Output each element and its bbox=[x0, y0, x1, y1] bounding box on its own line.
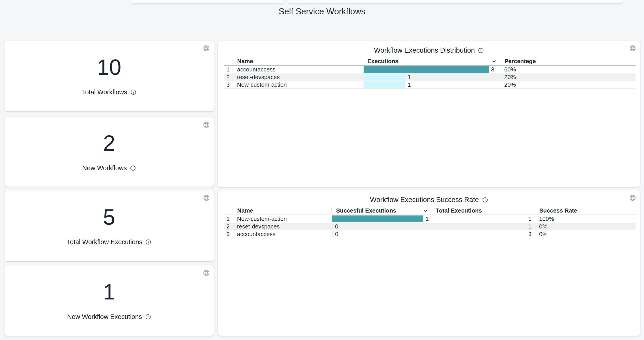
table-row[interactable]: 2 reset-devspaces 0 1 0% bbox=[224, 223, 636, 230]
executions-cell: 3 bbox=[363, 66, 500, 73]
header-index bbox=[224, 58, 232, 64]
globe-icon[interactable] bbox=[629, 194, 636, 201]
panel-title: Workflow Executions Distribution bbox=[374, 46, 475, 54]
execution-bar bbox=[332, 223, 333, 230]
bar-value: 0 bbox=[335, 231, 338, 238]
row-index: 2 bbox=[224, 223, 232, 230]
success-rate-table: Name Succesful Executions Total Executio… bbox=[224, 207, 636, 238]
header-percentage: Percentage bbox=[500, 58, 636, 64]
globe-icon[interactable] bbox=[203, 269, 210, 276]
info-icon[interactable] bbox=[482, 197, 488, 203]
globe-icon[interactable] bbox=[203, 121, 210, 128]
total-executions-cell: 1 bbox=[431, 216, 535, 222]
table-header-row: Name Succesful Executions Total Executio… bbox=[224, 207, 636, 215]
successful-executions-cell: 0 bbox=[332, 231, 431, 238]
total-executions-cell: 3 bbox=[431, 231, 535, 238]
percentage-cell: 20% bbox=[500, 74, 636, 81]
globe-icon[interactable] bbox=[203, 194, 210, 201]
stat-label: Total Workflow Executions bbox=[67, 238, 142, 246]
percentage-cell: 20% bbox=[500, 81, 636, 88]
bar-value: 0 bbox=[335, 223, 338, 230]
header-successful-executions[interactable]: Succesful Executions bbox=[332, 208, 431, 214]
executions-cell: 1 bbox=[363, 74, 500, 81]
header-name: Name bbox=[232, 58, 363, 64]
page-title: Self Service Workflows bbox=[0, 7, 644, 16]
successful-executions-cell: 1 bbox=[332, 216, 431, 222]
header-executions[interactable]: Executions bbox=[363, 58, 500, 64]
panel-workflow-executions-success-rate: Workflow Executions Success Rate Name Su… bbox=[218, 190, 640, 336]
row-index: 3 bbox=[224, 81, 232, 88]
table-row[interactable]: 2 reset-devspaces 1 20% bbox=[224, 73, 636, 81]
row-name: accountaccess bbox=[232, 66, 363, 73]
row-index: 3 bbox=[224, 231, 232, 238]
globe-icon[interactable] bbox=[203, 45, 210, 52]
stat-label: New Workflows bbox=[82, 164, 127, 172]
table-row[interactable]: 3 New-custom-action 1 20% bbox=[224, 81, 636, 89]
execution-bar bbox=[364, 66, 489, 73]
info-icon[interactable] bbox=[145, 314, 151, 320]
stat-card-new-workflow-executions: 1 New Workflow Executions bbox=[4, 265, 214, 336]
success-rate-cell: 100% bbox=[535, 216, 636, 222]
row-name: New-custom-action bbox=[232, 216, 332, 222]
dashboard-page: Self Service Workflows 10 Total Workflow… bbox=[0, 0, 644, 340]
row-index: 2 bbox=[224, 74, 232, 81]
info-icon[interactable] bbox=[130, 89, 136, 95]
table-row[interactable]: 3 accountaccess 0 3 0% bbox=[224, 230, 636, 238]
bar-value: 1 bbox=[426, 216, 429, 222]
row-name: accountaccess bbox=[232, 231, 332, 238]
execution-bar bbox=[364, 74, 406, 80]
stat-card-total-workflows: 10 Total Workflows bbox=[4, 41, 214, 111]
successful-executions-cell: 0 bbox=[332, 223, 431, 230]
stat-label: Total Workflows bbox=[82, 88, 127, 96]
panel-title: Workflow Executions Success Rate bbox=[370, 196, 479, 204]
panel-workflow-executions-distribution: Workflow Executions Distribution Name Ex… bbox=[218, 41, 640, 187]
info-icon[interactable] bbox=[145, 239, 152, 245]
row-name: reset-devspaces bbox=[232, 223, 332, 230]
stat-value: 5 bbox=[103, 206, 116, 228]
info-icon[interactable] bbox=[130, 165, 136, 171]
table-header-row: Name Executions Percentage bbox=[224, 57, 636, 66]
header-total-executions: Total Executions bbox=[431, 208, 535, 214]
table-row[interactable]: 1 New-custom-action 1 1 100% bbox=[224, 215, 636, 223]
total-executions-cell: 1 bbox=[431, 223, 535, 230]
stat-label: New Workflow Executions bbox=[67, 313, 142, 320]
execution-bar bbox=[332, 231, 333, 237]
table-row[interactable]: 1 accountaccess 3 60% bbox=[224, 66, 636, 73]
distribution-table: Name Executions Percentage 1 accountacce… bbox=[224, 57, 636, 89]
globe-icon[interactable] bbox=[629, 45, 636, 52]
success-rate-cell: 0% bbox=[535, 231, 636, 238]
bar-value: 1 bbox=[408, 81, 411, 88]
stat-value: 1 bbox=[103, 281, 116, 303]
stat-value: 2 bbox=[103, 132, 116, 154]
row-index: 1 bbox=[224, 66, 232, 73]
header-name: Name bbox=[232, 208, 332, 214]
execution-bar bbox=[332, 216, 423, 222]
row-name: reset-devspaces bbox=[232, 74, 363, 81]
percentage-cell: 60% bbox=[500, 66, 636, 73]
chevron-down-icon[interactable] bbox=[491, 58, 498, 64]
chevron-down-icon[interactable] bbox=[422, 208, 429, 214]
row-index: 1 bbox=[224, 216, 232, 222]
info-icon[interactable] bbox=[478, 48, 484, 54]
stat-card-total-workflow-executions: 5 Total Workflow Executions bbox=[4, 190, 214, 261]
stat-value: 10 bbox=[97, 56, 121, 78]
bar-value: 3 bbox=[491, 66, 494, 73]
bar-value: 1 bbox=[408, 74, 411, 81]
stat-card-new-workflows: 2 New Workflows bbox=[4, 117, 214, 187]
top-cutoff-block-left bbox=[132, 0, 283, 3]
header-index bbox=[224, 208, 232, 214]
row-name: New-custom-action bbox=[232, 81, 363, 88]
top-cutoff-block-right bbox=[288, 0, 622, 3]
header-success-rate: Success Rate bbox=[535, 208, 636, 214]
executions-cell: 1 bbox=[363, 81, 500, 88]
execution-bar bbox=[364, 81, 406, 88]
success-rate-cell: 0% bbox=[535, 223, 636, 230]
